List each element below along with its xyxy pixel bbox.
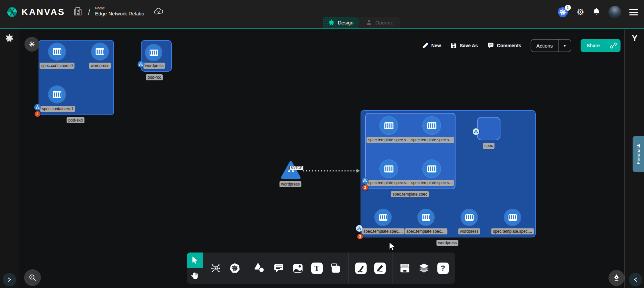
save-as-button[interactable]: Save As — [450, 43, 478, 49]
kubernetes-context-switcher[interactable]: 1 — [557, 6, 569, 18]
group-label-pod-rcc: pod-rcc — [146, 74, 163, 80]
mouse-cursor — [388, 242, 396, 251]
user-avatar[interactable] — [608, 6, 621, 18]
node-spec[interactable] — [477, 117, 500, 140]
error-count-badge[interactable]: 2 — [35, 111, 40, 117]
share-label[interactable]: Share — [581, 43, 606, 48]
node-label-spec: spec — [483, 143, 494, 149]
select-cursor-icon — [191, 256, 199, 264]
collapse-right-panel-button[interactable] — [629, 273, 642, 286]
operate-tab-label: Operate — [375, 20, 393, 25]
comment-tool-button[interactable] — [269, 253, 288, 284]
design-canvas[interactable]: New Save As Comments Actions — [19, 29, 625, 288]
tab-design[interactable]: Design — [323, 17, 359, 28]
image-tool-button[interactable] — [288, 253, 307, 284]
hamburger-menu-icon[interactable] — [629, 9, 638, 15]
node-label: spec.template.spec.... — [362, 228, 405, 234]
container-node-spec-containers-0[interactable] — [49, 43, 65, 60]
group-label-template: spec.template.spec — [391, 191, 429, 197]
zoom-search-button[interactable] — [24, 269, 41, 286]
node-label: wordpress — [89, 63, 111, 69]
kanvas-logo[interactable]: KANVAS — [6, 6, 65, 18]
pen-nib-button[interactable] — [608, 270, 625, 286]
container-node-wordpress-2[interactable] — [146, 45, 162, 61]
node-label: wordpress — [143, 63, 165, 69]
container-node-deploy-3[interactable] — [504, 209, 521, 225]
pan-tool-button[interactable] — [187, 268, 203, 284]
help-glyph: ? — [437, 263, 449, 274]
container-icon — [379, 214, 387, 221]
actions-split-button[interactable]: Actions ▼ — [531, 39, 571, 52]
actions-dropdown-arrow[interactable]: ▼ — [558, 40, 571, 52]
operate-tab-icon — [366, 19, 372, 26]
drawer-archive-icon — [399, 263, 410, 273]
pen-path-tool-button[interactable] — [351, 253, 370, 284]
freehand-draw-tool-button[interactable] — [370, 253, 389, 284]
relationship-badge-icon[interactable] — [473, 128, 479, 135]
design-name-value[interactable]: Edge-Network-Relatio — [95, 11, 148, 18]
help-tool-button[interactable]: ? — [433, 253, 452, 284]
container-node-spec-containers-1[interactable] — [49, 86, 65, 103]
container-node-template-3[interactable] — [423, 160, 440, 177]
y-panel-icon[interactable]: Y — [625, 33, 644, 43]
container-node-deploy-wordpress[interactable] — [461, 209, 477, 225]
pen-path-icon — [355, 263, 367, 274]
comment-bubble-icon — [274, 263, 284, 273]
components-tool-button[interactable] — [206, 253, 225, 284]
relationship-badge-icon[interactable] — [138, 61, 144, 68]
container-icon — [53, 91, 61, 98]
pencil-icon — [422, 43, 428, 49]
meshery-spiral-icon[interactable] — [5, 33, 14, 43]
actions-label[interactable]: Actions — [531, 43, 558, 49]
kanvas-app: KANVAS / Name Edge-Network-Relatio — [0, 0, 644, 288]
container-node-template-2[interactable] — [380, 160, 397, 177]
organization-icon[interactable] — [74, 7, 82, 17]
comments-button[interactable]: Comments — [487, 42, 521, 49]
container-node-template-0[interactable] — [380, 117, 397, 134]
relationship-badge-icon[interactable] — [356, 225, 363, 232]
left-sidebar — [0, 29, 19, 288]
expand-left-panel-button[interactable] — [3, 273, 16, 286]
sticky-note-icon — [331, 263, 341, 274]
canvas-config-button[interactable] — [24, 37, 39, 52]
magnifier-plus-icon — [29, 274, 37, 282]
container-node-template-1[interactable] — [423, 117, 440, 134]
container-node-wordpress-1[interactable] — [92, 43, 108, 60]
node-label: spec.template.spec.... — [405, 228, 447, 234]
new-button[interactable]: New — [422, 43, 441, 49]
relationship-badge-icon[interactable] — [362, 177, 368, 184]
feedback-tab[interactable]: Feedback — [633, 136, 644, 172]
service-node-wordpress[interactable] — [281, 161, 301, 179]
note-tool-button[interactable] — [326, 253, 345, 284]
right-sidebar: Y Feedback — [625, 29, 644, 288]
kubernetes-tool-button[interactable] — [225, 253, 244, 284]
service-label: wordpress — [279, 181, 301, 187]
relationship-badge-icon[interactable] — [34, 104, 41, 111]
settings-gear-icon[interactable]: ⚙ — [577, 8, 584, 16]
design-name-field[interactable]: Name Edge-Network-Relatio — [95, 6, 148, 18]
container-icon — [508, 214, 517, 221]
notifications-bell-icon[interactable] — [592, 7, 600, 17]
error-count-badge[interactable]: 3 — [357, 234, 363, 239]
mode-tabs: Design Operate — [323, 17, 400, 28]
container-icon — [150, 50, 158, 56]
layers-tool-button[interactable] — [414, 253, 433, 284]
edge-service-to-deployment[interactable] — [302, 170, 358, 171]
text-tool-button[interactable]: T — [307, 253, 326, 284]
tab-operate[interactable]: Operate — [359, 17, 400, 28]
node-label: spec.template.spec.... — [491, 228, 534, 234]
snowflake-icon — [28, 41, 36, 48]
error-count-badge[interactable]: 3 — [362, 185, 368, 191]
container-node-deploy-1[interactable] — [418, 209, 434, 225]
container-node-deploy-0[interactable] — [375, 209, 391, 225]
drawer-tool-button[interactable] — [395, 253, 414, 284]
select-tool-button[interactable] — [187, 253, 203, 268]
node-label: spec.containers.1 — [40, 106, 75, 112]
design-tab-label: Design — [338, 20, 354, 25]
container-icon — [96, 48, 104, 55]
shapes-tool-button[interactable] — [250, 253, 269, 284]
share-split-button[interactable]: Share — [581, 39, 621, 52]
save-as-label: Save As — [460, 43, 478, 48]
copy-link-icon[interactable] — [606, 39, 621, 52]
group-spec-template-spec[interactable] — [365, 113, 455, 189]
